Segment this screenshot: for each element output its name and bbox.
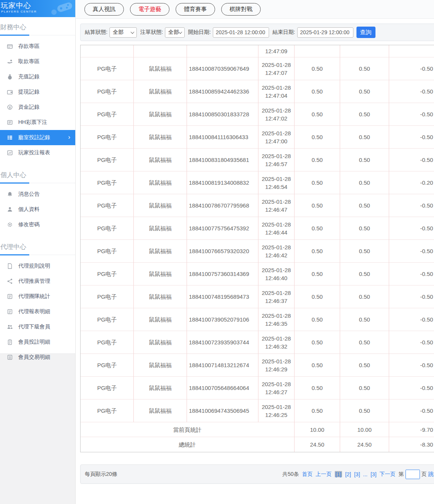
cell-order: 1884100739052079106	[187, 308, 258, 331]
lottery-icon	[7, 119, 13, 125]
deposit-icon	[7, 43, 13, 49]
player-report-icon	[7, 150, 13, 156]
sidebar-item-stats[interactable]: 代理團隊統計	[0, 289, 75, 304]
cell-game: 鼠鼠福福	[134, 80, 187, 103]
settle-status-select[interactable]: 全部	[109, 27, 137, 38]
tab-3[interactable]: 棋牌對戰	[221, 3, 261, 16]
cell-order: 1884100705648664064	[187, 377, 258, 399]
cell-order: 1884100694743506945	[187, 399, 258, 422]
report-icon	[7, 309, 13, 315]
member-bets-icon	[7, 339, 13, 345]
page-link-0[interactable]: 首页	[302, 471, 313, 478]
cell-datetime: 2025-01-2812:46:32	[258, 331, 295, 354]
summary-row-page: 當前頁統計10.0010.00-9.70	[81, 422, 434, 437]
section-title: 代理中心	[0, 242, 75, 255]
sidebar-item-label: 充值記錄	[18, 73, 40, 80]
sidebar-item-report[interactable]: 代理報表明細	[0, 304, 75, 319]
bell-icon	[7, 191, 13, 197]
cell-win-loss: -0.50	[389, 103, 434, 126]
cell-datetime: 2025-01-2812:46:42	[258, 240, 295, 263]
order-status-select[interactable]: 全部	[165, 27, 185, 38]
sidebar-item-label: 消息公告	[18, 191, 40, 198]
stats-icon	[7, 293, 13, 300]
sidebar-item-doc[interactable]: 代理規則說明	[0, 258, 75, 274]
sidebar-item-members[interactable]: 代理下級會員	[0, 319, 75, 334]
summary-valid-bet: 10.00	[340, 422, 389, 437]
cell-game: 鼠鼠福福	[134, 331, 187, 354]
sidebar-item-label: 玩家投注報表	[18, 149, 50, 156]
sidebar-item-funds[interactable]: 資金記錄	[0, 100, 75, 115]
cell-bet: 0.50	[295, 240, 340, 263]
cell-bet	[295, 45, 340, 57]
cell-win-loss	[389, 45, 434, 57]
sidebar-item-recharge[interactable]: 充值記錄	[0, 69, 75, 84]
cell-platform: PG电子	[81, 399, 134, 422]
sidebar-item-label: HH彩票下注	[18, 119, 47, 126]
sidebar-item-hall-bets[interactable]: 廳室投註記錄›	[0, 130, 75, 145]
tab-2[interactable]: 體育賽事	[176, 3, 215, 16]
cell-platform: PG电子	[81, 354, 134, 377]
sidebar: 玩家中心 PLAYERS CENTER 財務中心存款專區取款專區充值記錄提現記錄…	[0, 0, 76, 353]
sidebar-item-password[interactable]: 修改密碼	[0, 217, 75, 232]
cell-platform: PG电子	[81, 171, 134, 194]
sidebar-item-label: 修改密碼	[18, 221, 40, 228]
sidebar-item-deposit[interactable]: 存款專區	[0, 39, 75, 54]
sidebar-item-player-report[interactable]: 玩家投注報表	[0, 145, 75, 160]
cell-platform: PG电子	[81, 331, 134, 354]
cell-win-loss: -0.50	[389, 308, 434, 331]
settle-status-value: 全部	[113, 29, 124, 36]
page-link-6[interactable]: [3]	[371, 471, 377, 477]
sidebar-item-withdraw-record[interactable]: 提現記錄	[0, 84, 75, 100]
sidebar-item-member-bets[interactable]: 會員投註明細	[0, 334, 75, 350]
jump-button[interactable]: 跳转	[428, 471, 434, 478]
summary-win-loss: -8.30	[389, 437, 434, 452]
sidebar-item-bell[interactable]: 消息公告	[0, 187, 75, 202]
sidebar-item-label: 代理規則說明	[18, 263, 50, 269]
cell-order: 1884100786707795968	[187, 194, 258, 217]
start-date-input[interactable]	[213, 27, 269, 38]
sidebar-item-profile[interactable]: 個人資料	[0, 202, 75, 217]
sidebar-item-lottery[interactable]: HH彩票下注	[0, 115, 75, 130]
chevron-down-icon	[178, 30, 182, 34]
cell-game: 鼠鼠福福	[134, 308, 187, 331]
sidebar-item-member-trans[interactable]: 會員交易明細	[0, 350, 75, 365]
cell-bet: 0.50	[295, 399, 340, 422]
cell-order: 1884100757360314369	[187, 263, 258, 285]
cell-bet: 0.50	[295, 57, 340, 80]
withdraw-icon	[7, 59, 13, 65]
page-link-1[interactable]: 上一页	[316, 471, 332, 478]
cell-win-loss: -0.50	[389, 240, 434, 263]
cell-win-loss: -0.50	[389, 331, 434, 354]
cell-win-loss: -0.50	[389, 80, 434, 103]
end-date-input[interactable]	[297, 27, 353, 38]
cell-datetime: 2025-01-2812:47:07	[258, 57, 295, 80]
cell-platform: PG电子	[81, 217, 134, 240]
table-row: PG电子鼠鼠福福18841007573603143692025-01-2812:…	[81, 263, 434, 285]
page-link-current[interactable]: [1]	[335, 471, 342, 477]
tab-0[interactable]: 真人視訊	[84, 3, 124, 16]
page-jump-input[interactable]	[405, 469, 420, 479]
sidebar-item-withdraw[interactable]: 取款專區	[0, 54, 75, 69]
cell-valid-bet: 0.50	[340, 57, 389, 80]
page-link-5[interactable]: ...	[363, 471, 367, 477]
page-link-4[interactable]: [3]	[354, 471, 360, 477]
order-status-label: 注單狀態:	[140, 29, 163, 36]
page-link-7[interactable]: 下一页	[380, 471, 396, 478]
page-link-3[interactable]: [2]	[345, 471, 351, 477]
cell-datetime: 2025-01-2812:46:44	[258, 217, 295, 240]
search-button[interactable]: 查詢	[356, 27, 375, 38]
page-size-text: 每頁顯示20條	[85, 471, 117, 478]
cell-order: 1884100819134008832	[187, 171, 258, 194]
cell-bet: 0.50	[295, 126, 340, 149]
share-icon	[7, 278, 13, 284]
chevron-down-icon	[130, 30, 134, 34]
section-title: 個人中心	[0, 170, 75, 183]
summary-win-loss: -9.70	[389, 422, 434, 437]
cell-valid-bet: 0.50	[340, 103, 389, 126]
cell-valid-bet: 0.50	[340, 354, 389, 377]
sidebar-item-share[interactable]: 代理推廣管理	[0, 274, 75, 289]
cell-win-loss: -0.50	[389, 377, 434, 399]
tab-1[interactable]: 電子遊藝	[130, 3, 169, 16]
cell-game: 鼠鼠福福	[134, 354, 187, 377]
cell-platform: PG电子	[81, 149, 134, 171]
